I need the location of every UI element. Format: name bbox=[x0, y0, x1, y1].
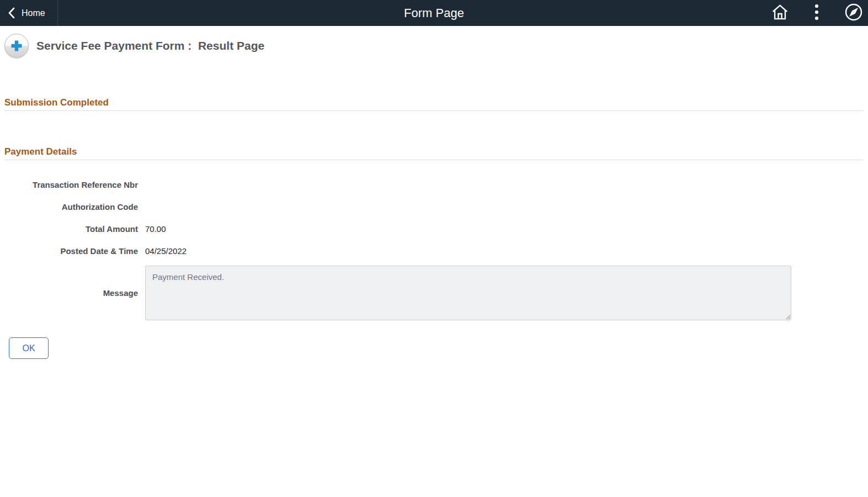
message-textarea[interactable]: Payment Received. bbox=[145, 266, 791, 320]
message-label: Message bbox=[4, 288, 138, 298]
compass-navbar-icon bbox=[844, 3, 863, 24]
authorization-code-label: Authorization Code bbox=[4, 202, 138, 212]
chevron-left-icon bbox=[8, 7, 15, 19]
total-amount-value: 70.00 bbox=[145, 224, 166, 234]
payment-details-fields: Transaction Reference Nbr Authorization … bbox=[4, 173, 864, 320]
plus-badge-icon[interactable] bbox=[4, 34, 29, 58]
transaction-reference-label: Transaction Reference Nbr bbox=[4, 180, 138, 189]
actions-menu-button[interactable] bbox=[806, 2, 828, 24]
home-icon bbox=[771, 4, 789, 22]
form-page-title: Service Fee Payment Form : Result Page bbox=[36, 39, 264, 52]
kebab-menu-icon bbox=[814, 4, 819, 23]
section-title-submission: Submission Completed bbox=[4, 97, 864, 108]
field-row-authorization-code: Authorization Code bbox=[4, 195, 864, 218]
page-header-title: Form Page bbox=[0, 6, 868, 20]
posted-date-value: 04/25/2022 bbox=[145, 246, 187, 256]
back-button-label: Home bbox=[22, 8, 45, 18]
total-amount-label: Total Amount bbox=[4, 224, 138, 234]
navbar-button[interactable] bbox=[843, 2, 865, 24]
ok-button[interactable]: OK bbox=[9, 337, 49, 359]
field-row-message: Message Payment Received. bbox=[4, 266, 864, 320]
section-divider bbox=[4, 160, 864, 160]
field-row-transaction-reference: Transaction Reference Nbr bbox=[4, 173, 864, 195]
posted-date-label: Posted Date & Time bbox=[4, 246, 138, 256]
form-heading-row: Service Fee Payment Form : Result Page bbox=[0, 26, 868, 58]
header-actions bbox=[769, 2, 868, 24]
section-title-payment-details: Payment Details bbox=[4, 146, 864, 157]
back-home-button[interactable]: Home bbox=[0, 0, 58, 26]
field-row-total-amount: Total Amount 70.00 bbox=[4, 218, 864, 240]
form-result-content: Submission Completed Payment Details Tra… bbox=[0, 97, 868, 359]
section-divider bbox=[4, 110, 864, 111]
app-header: Home Form Page bbox=[0, 0, 868, 26]
home-button[interactable] bbox=[769, 2, 791, 24]
field-row-posted-date: Posted Date & Time 04/25/2022 bbox=[4, 240, 864, 262]
